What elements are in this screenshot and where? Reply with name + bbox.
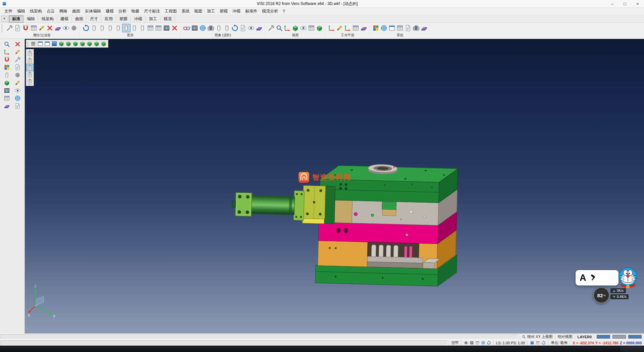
graphic-cylinder-active-icon[interactable]	[122, 24, 130, 32]
iso-cube-icon[interactable]	[291, 24, 299, 32]
preview-eye-icon[interactable]	[247, 24, 255, 32]
chevron-down-icon[interactable]: ▾	[1, 16, 7, 22]
graphic-cylinder-2-icon[interactable]	[98, 24, 106, 32]
snap-tool-icon[interactable]	[3, 56, 10, 63]
delete-graphic-icon[interactable]	[171, 24, 178, 32]
doc-2-tool-icon[interactable]	[14, 102, 21, 109]
layer-color-chip-1[interactable]	[612, 335, 626, 339]
close-button[interactable]: ×	[631, 0, 644, 7]
web-icon[interactable]	[380, 24, 388, 32]
menu-item-13[interactable]: 视图	[192, 8, 205, 14]
menu-item-2[interactable]: 线架构	[28, 8, 44, 14]
capture-icon[interactable]	[470, 341, 474, 345]
tab-2[interactable]: 线架构	[38, 15, 57, 23]
render-globe-icon[interactable]	[199, 24, 207, 32]
doraemon-mascot[interactable]	[616, 267, 639, 290]
tab-4[interactable]: 曲面	[72, 15, 87, 23]
windows-taskbar[interactable]	[0, 346, 644, 352]
scale-indicator[interactable]: LS: 1.00 PS: 1.00	[493, 340, 527, 346]
erase-icon[interactable]	[46, 24, 54, 32]
grid-tool-icon[interactable]	[3, 95, 10, 102]
eye-tool-icon[interactable]	[14, 87, 21, 94]
menu-item-11[interactable]: 工程图	[162, 8, 179, 14]
menu-item-14[interactable]: 加工	[205, 8, 217, 14]
texture-icon[interactable]	[191, 24, 199, 32]
absolute-view-indicator[interactable]: 绝对视图	[555, 334, 575, 340]
clipboard-4-icon[interactable]	[26, 71, 33, 78]
view-grid-icon[interactable]	[308, 24, 315, 32]
shaded-view-icon[interactable]	[51, 40, 58, 47]
capture-icon[interactable]	[412, 24, 420, 32]
view-list-icon[interactable]	[30, 40, 37, 47]
right-view-icon[interactable]	[79, 40, 86, 47]
image-icon[interactable]	[464, 341, 468, 345]
film-icon[interactable]	[163, 24, 170, 32]
clipboard-5-icon[interactable]	[26, 78, 33, 85]
menu-item-8[interactable]: 分析	[116, 8, 129, 14]
gear-tool-icon[interactable]	[14, 72, 21, 79]
cylinder-tool-icon[interactable]	[3, 72, 10, 79]
table-icon[interactable]	[147, 24, 154, 32]
tab-7[interactable]: 塑膜	[116, 15, 131, 23]
delete-tool-icon[interactable]	[14, 41, 21, 48]
clipboard-2-icon[interactable]	[26, 57, 33, 64]
plane-icon[interactable]	[420, 24, 428, 32]
tab-3[interactable]: 建模	[57, 15, 72, 23]
iso-view-icon[interactable]	[58, 40, 65, 47]
slab-tool-icon[interactable]	[3, 102, 10, 109]
snap-lock-toggle[interactable]: 控牢	[449, 340, 461, 346]
minimize-button[interactable]: –	[606, 0, 619, 7]
palette-tool-icon[interactable]	[3, 64, 10, 71]
menu-item-0[interactable]: 文件	[2, 8, 15, 14]
layer-indicator[interactable]: LAYER0	[575, 334, 594, 340]
magnet-icon[interactable]	[22, 24, 30, 32]
color-settings-icon[interactable]	[372, 24, 380, 32]
pan-icon[interactable]	[267, 24, 275, 32]
grid-toggle-icon[interactable]	[536, 341, 540, 345]
menu-item-6[interactable]: 实体编辑	[83, 8, 103, 14]
menu-item-17[interactable]: 标准件	[243, 8, 260, 14]
settings-icon[interactable]	[70, 24, 78, 32]
toolbar-drag-handle[interactable]	[1, 24, 3, 33]
left-view-icon[interactable]	[86, 40, 93, 47]
menu-item-15[interactable]: 塑模	[217, 8, 230, 14]
wrench-tool-icon[interactable]	[14, 56, 21, 63]
camera-icon[interactable]	[207, 24, 215, 32]
pencil-icon[interactable]	[38, 24, 46, 32]
percent-badge[interactable]: 82%	[593, 287, 610, 304]
view-eye-icon[interactable]	[300, 24, 307, 32]
graphic-cylinder-5-icon[interactable]	[130, 24, 138, 32]
workplane-axes-icon[interactable]	[328, 24, 335, 32]
view-axes-icon[interactable]	[283, 24, 291, 32]
material-2-icon[interactable]	[223, 24, 231, 32]
stereo-glasses-icon[interactable]	[183, 24, 191, 32]
menu-item-12[interactable]: 系统	[179, 8, 192, 14]
menu-item-4[interactable]: 网格	[57, 8, 70, 14]
regen-icon[interactable]	[82, 24, 90, 32]
menu-item-1[interactable]: 编辑	[15, 8, 28, 14]
maximize-button[interactable]: □	[619, 0, 631, 7]
cube-tool-icon[interactable]	[3, 79, 10, 86]
modify-icon[interactable]	[6, 24, 13, 32]
info-icon[interactable]	[481, 341, 485, 345]
units-indicator[interactable]: 单位: 毫米	[548, 340, 570, 346]
tab-0[interactable]: 标准	[9, 15, 23, 23]
toolbar-drag-handle[interactable]	[27, 41, 29, 47]
graphic-cylinder-4-icon[interactable]	[114, 24, 122, 32]
graphic-cylinder-6-icon[interactable]	[139, 24, 146, 32]
view-search-icon[interactable]	[522, 335, 526, 339]
workplane-align-icon[interactable]	[344, 24, 352, 32]
menu-item-19[interactable]: ?	[280, 9, 287, 14]
layer-color-chip-2[interactable]	[628, 335, 642, 339]
film-tool-icon[interactable]	[3, 87, 10, 94]
visibility-icon[interactable]	[62, 24, 70, 32]
table-2-icon[interactable]	[155, 24, 162, 32]
tab-1[interactable]: 编辑	[23, 15, 38, 23]
menu-item-18[interactable]: 模流分析	[260, 8, 280, 14]
back-view-icon[interactable]	[93, 40, 100, 47]
window-icon[interactable]	[37, 40, 44, 47]
menu-item-10[interactable]: 尺寸标注	[142, 8, 162, 14]
doc-tool-icon[interactable]	[14, 64, 21, 71]
paint-icon[interactable]	[54, 24, 62, 32]
menu-item-5[interactable]: 曲面	[70, 8, 83, 14]
